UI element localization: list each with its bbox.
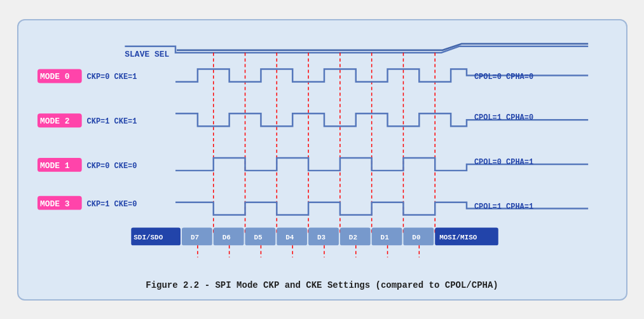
mode3-label: MODE 3 <box>39 199 69 208</box>
mode3-params: CKP=1 CKE=0 <box>86 199 137 208</box>
mode0-params: CKP=0 CKE=1 <box>86 73 137 82</box>
slave-sel-label: SLAVE SEL <box>125 49 169 59</box>
d6-label: D6 <box>222 234 230 241</box>
d1-label: D1 <box>380 234 389 241</box>
mode2-right: CPOL=1 CPHA=0 <box>474 113 533 122</box>
mode2-params: CKP=1 CKE=1 <box>86 117 137 126</box>
diagram-area: SLAVE SEL MODE 0 CKP=0 CKE=1 CP <box>31 32 613 274</box>
mode0-label: MODE 0 <box>39 72 69 82</box>
mode3-right: CPOL=1 CPHA=1 <box>474 202 533 211</box>
figure-caption: Figure 2.2 - SPI Mode CKP and CKE Settin… <box>31 280 613 290</box>
timing-diagram: SLAVE SEL MODE 0 CKP=0 CKE=1 CP <box>31 32 613 274</box>
sdi-sdo-label: SDI/SDO <box>134 234 163 241</box>
mode1-params: CKP=0 CKE=0 <box>86 161 137 170</box>
main-container: SLAVE SEL MODE 0 CKP=0 CKE=1 CP <box>17 19 627 301</box>
mosi-miso-label: MOSI/MISO <box>439 234 477 241</box>
d2-label: D2 <box>348 234 357 241</box>
d4-label: D4 <box>285 234 294 241</box>
mode2-label: MODE 2 <box>39 117 69 126</box>
d7-label: D7 <box>190 234 198 241</box>
d3-label: D3 <box>317 234 326 241</box>
d5-label: D5 <box>254 234 262 241</box>
d0-label: D0 <box>412 234 420 241</box>
mode1-label: MODE 1 <box>39 160 69 170</box>
mode1-right: CPOL=0 CPHA=1 <box>474 157 533 166</box>
mode0-right: CPOL=0 CPHA=0 <box>474 73 533 82</box>
